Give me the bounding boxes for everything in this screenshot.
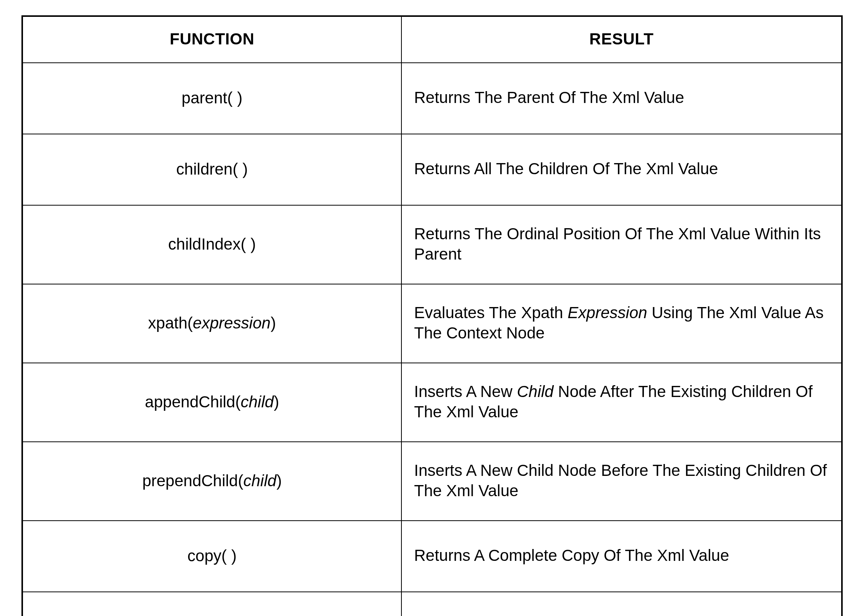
function-cell: copy( ) <box>22 521 401 592</box>
paren-pad <box>238 160 242 178</box>
paren-close: ) <box>251 235 256 253</box>
result-cell: Returns All The Children Of The Xml Valu… <box>401 134 842 205</box>
result-cell: Returns The Ordinal Position Of The Xml … <box>401 205 842 284</box>
paren-close: ) <box>270 314 276 332</box>
paren-close: ) <box>237 89 242 107</box>
function-cell: childIndex( ) <box>22 205 401 284</box>
table-row: prependChild(child)Inserts A New Child N… <box>22 442 842 521</box>
table-row: appendChild(child)Inserts A New Child No… <box>22 363 842 442</box>
page: FUNCTION RESULT parent( )Returns The Par… <box>0 0 863 616</box>
result-term: Expression <box>568 304 647 322</box>
table-row: childIndex( )Returns The Ordinal Positio… <box>22 205 842 284</box>
paren-open: ( <box>221 547 227 565</box>
table-row: delete(childList)Deletes The Children Re… <box>22 592 842 616</box>
result-cell: Inserts A New Child Node After The Exist… <box>401 363 842 442</box>
paren-open: ( <box>238 472 243 490</box>
function-cell: children( ) <box>22 134 401 205</box>
result-text: Returns All The Children Of The Xml Valu… <box>414 160 718 178</box>
table-row: children( )Returns All The Children Of T… <box>22 134 842 205</box>
result-text: Returns A Complete Copy Of The Xml Value <box>414 546 729 564</box>
function-arg: child <box>243 472 276 490</box>
col-header-function: FUNCTION <box>22 16 401 63</box>
function-arg: child <box>241 393 273 411</box>
paren-open: ( <box>227 89 233 107</box>
function-name: copy <box>187 547 221 565</box>
function-arg: expression <box>193 314 270 332</box>
table-row: xpath(expression)Evaluates The Xpath Exp… <box>22 284 842 363</box>
table-row: parent( )Returns The Parent Of The Xml V… <box>22 63 842 134</box>
function-name: children <box>176 160 233 178</box>
result-cell: Returns The Parent Of The Xml Value <box>401 63 842 134</box>
function-cell: prependChild(child) <box>22 442 401 521</box>
result-text: Returns The Ordinal Position Of The Xml … <box>414 225 821 263</box>
result-text: Returns The Parent Of The Xml Value <box>414 88 684 106</box>
paren-pad <box>227 547 231 565</box>
result-cell: Evaluates The Xpath Expression Using The… <box>401 284 842 363</box>
paren-open: ( <box>187 314 193 332</box>
result-term: Child <box>517 382 553 400</box>
col-header-result: RESULT <box>401 16 842 63</box>
result-cell: Returns A Complete Copy Of The Xml Value <box>401 521 842 592</box>
function-name: appendChild <box>145 393 235 411</box>
result-cell: Deletes The Children Referenced By Child… <box>401 592 842 616</box>
paren-pad <box>246 235 251 253</box>
result-text: Inserts A New Child Node Before The Exis… <box>414 461 827 500</box>
function-reference-table: FUNCTION RESULT parent( )Returns The Par… <box>21 15 843 616</box>
paren-open: ( <box>241 235 246 253</box>
function-name: xpath <box>148 314 188 332</box>
table-header-row: FUNCTION RESULT <box>22 16 842 63</box>
paren-close: ) <box>277 472 282 490</box>
function-name: childIndex <box>168 235 241 253</box>
function-cell: appendChild(child) <box>22 363 401 442</box>
paren-close: ) <box>274 393 279 411</box>
paren-close: ) <box>242 160 248 178</box>
paren-pad <box>233 89 237 107</box>
result-text: Evaluates The Xpath <box>414 304 568 322</box>
result-cell: Inserts A New Child Node Before The Exis… <box>401 442 842 521</box>
paren-open: ( <box>235 393 241 411</box>
table-row: copy( )Returns A Complete Copy Of The Xm… <box>22 521 842 592</box>
function-name: parent <box>182 89 227 107</box>
paren-open: ( <box>233 160 238 178</box>
paren-close: ) <box>231 547 237 565</box>
function-name: prependChild <box>142 472 238 490</box>
result-text: Inserts A New <box>414 382 517 400</box>
function-cell: parent( ) <box>22 63 401 134</box>
function-cell: xpath(expression) <box>22 284 401 363</box>
function-cell: delete(childList) <box>22 592 401 616</box>
table-body: parent( )Returns The Parent Of The Xml V… <box>22 63 842 616</box>
